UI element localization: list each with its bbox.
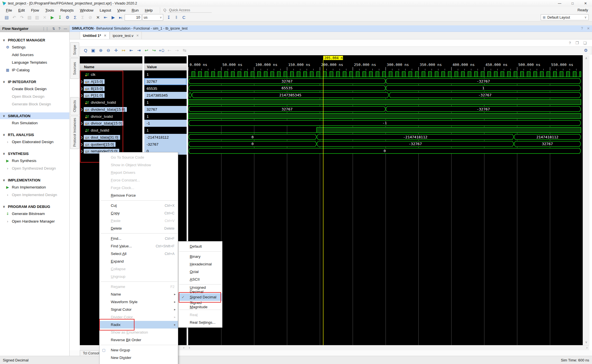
menu-item-show-in-object-window[interactable]: Show in Object Window — [100, 161, 178, 169]
flow-item-open-block-design[interactable]: Open Block Design — [0, 93, 69, 100]
menu-item-name[interactable]: Name▸ — [100, 290, 178, 298]
menu-item-report-drivers[interactable]: Report Drivers — [100, 169, 178, 176]
menu-item-go-to-source-code[interactable]: Go To Source Code — [100, 154, 178, 161]
zoom-in-icon[interactable]: ⊕ — [97, 47, 105, 54]
flow-section-header-simulation[interactable]: ∨SIMULATION — [0, 112, 69, 119]
menu-item-real[interactable]: Real — [178, 311, 222, 319]
flow-item-run-implementation[interactable]: ▶Run Implementation — [0, 183, 69, 191]
signal-value-dividend-tvalid[interactable]: 1 — [144, 99, 187, 106]
flow-item-open-elaborated-design[interactable]: ›Open Elaborated Design — [0, 138, 69, 146]
menu-item-show-as-enumeration[interactable]: Show as Enumeration — [100, 329, 178, 336]
menu-item-delete[interactable]: DeleteDelete — [100, 225, 178, 232]
menu-item-remove-force[interactable]: Remove Force — [100, 192, 178, 199]
close-icon[interactable]: ✕ — [579, 0, 592, 7]
tab-untitled-1-[interactable]: Untitled 1* ✕ — [80, 32, 110, 39]
break-pause-icon[interactable]: ‖ — [173, 14, 180, 21]
menu-reports[interactable]: Reports — [57, 8, 77, 12]
help-icon[interactable]: ? — [58, 27, 60, 31]
menu-item-paste[interactable]: PasteCtrl+V — [100, 217, 178, 225]
next-marker-icon[interactable]: ⇢ — [173, 47, 181, 54]
signal-value-p-31-0[interactable]: 2147385345 — [144, 92, 187, 99]
waveform-canvas[interactable]: 0.000 ns50.000 ns100.000 ns150.000 ns200… — [188, 55, 583, 345]
previous-edge-icon[interactable]: ↩ — [143, 47, 150, 54]
menu-item-signal-color[interactable]: Signal Color▸ — [100, 306, 178, 313]
signal-value-dout-tvalid[interactable]: 1 — [144, 127, 187, 134]
splitter-left-icon[interactable]: ‹ — [189, 346, 190, 350]
maximize-icon[interactable]: □ — [566, 0, 579, 7]
sum-disabled-icon[interactable]: Σ — [79, 14, 87, 21]
minimize-icon[interactable]: — — [553, 0, 566, 7]
signal-row-clk[interactable]: clk — [80, 71, 142, 78]
flow-item-run-synthesis[interactable]: ▶Run Synthesis — [0, 157, 69, 165]
signal-row-p-31-0[interactable]: ❯ P[31:0] — [80, 92, 142, 99]
flow-item-settings[interactable]: ⚙Settings — [0, 43, 69, 51]
scroll-right-icon[interactable]: › — [586, 346, 587, 350]
flow-item-open-synthesized-design[interactable]: ›Open Synthesized Design — [0, 165, 69, 172]
help-icon[interactable]: ? — [569, 41, 571, 45]
settings-gear-icon[interactable]: ⚙ — [64, 14, 71, 21]
signal-row-b-15-0[interactable]: ❯ B[15:0] — [80, 85, 142, 92]
flow-item-language-templates[interactable]: Language Templates — [0, 59, 69, 66]
signal-value-b-15-0[interactable]: 65535 — [144, 85, 187, 92]
menu-item-select-all[interactable]: Select AllCtrl+A — [100, 250, 178, 258]
menu-item-signed-magnitude[interactable]: Signed Magnitude — [178, 301, 222, 308]
signal-row-divisor-tvalid[interactable]: divisor_tvalid — [80, 113, 142, 120]
side-tab-objects[interactable]: Objects — [70, 97, 79, 115]
menu-item-real-settings[interactable]: Real Settings... — [178, 319, 222, 326]
updown-icon[interactable]: ⇅ — [52, 27, 55, 31]
paste-icon[interactable]: ▥ — [33, 14, 41, 21]
signal-row-dout-tdata-31-0[interactable]: ❯ dout_tdata[31:0] — [80, 134, 142, 141]
menu-item-radix[interactable]: Radix▸ — [100, 321, 178, 329]
menu-view[interactable]: View — [114, 8, 129, 12]
flow-item-run-simulation[interactable]: Run Simulation — [0, 119, 69, 127]
float-icon[interactable]: ❐ — [575, 41, 579, 45]
step-to-icon[interactable]: ↧ — [165, 14, 173, 21]
expand-chevron-icon[interactable]: ❯ — [80, 108, 84, 111]
expand-chevron-icon[interactable]: ❯ — [80, 122, 84, 125]
menu-item-signed-decimal[interactable]: ✓Signed Decimal — [178, 293, 222, 301]
menu-item-find[interactable]: Find...Ctrl+F — [100, 235, 178, 242]
menu-item-force-constant[interactable]: Force Constant... — [100, 176, 178, 184]
flow-item-create-block-design[interactable]: Create Block Design — [0, 85, 69, 93]
signal-value-clk[interactable]: 1 — [144, 71, 187, 78]
run-for-time-icon[interactable]: ▸ₜ — [117, 14, 125, 21]
save-icon[interactable]: ▣ — [89, 47, 97, 54]
gear-icon[interactable]: ⚙ — [584, 48, 588, 53]
signal-row-dividend-tdata-15-0[interactable]: ❯ dividend_tdata[15:0] — [80, 106, 142, 113]
name-column-header[interactable]: Name — [80, 63, 142, 70]
flow-section-header-project-manager[interactable]: ∨PROJECT MANAGER — [0, 37, 69, 43]
expand-chevron-icon[interactable]: ❯ — [80, 80, 84, 83]
restart-icon[interactable]: ⇤ — [102, 14, 109, 21]
prev-marker-icon[interactable]: ⇠ — [165, 47, 173, 54]
zoom-fit-icon[interactable]: ✛ — [112, 47, 120, 54]
menu-item-cut[interactable]: CutCtrl+X — [100, 202, 178, 209]
generate-step-icon[interactable]: ↧ — [56, 14, 64, 21]
quick-access-input[interactable] — [168, 8, 212, 13]
close-icon[interactable]: ✕ — [104, 34, 106, 37]
relaunch-icon[interactable]: C — [180, 14, 188, 21]
side-tab-scope[interactable]: Scope — [70, 42, 79, 57]
close-x-icon[interactable]: ✕ — [94, 14, 102, 21]
menu-flow[interactable]: Flow — [28, 8, 42, 12]
redo-icon[interactable]: ↷ — [18, 14, 26, 21]
flow-item-open-implemented-design[interactable]: ›Open Implemented Design — [0, 191, 69, 199]
menu-tools[interactable]: Tools — [42, 8, 58, 12]
flow-section-header-synthesis[interactable]: ∨SYNTHESIS — [0, 150, 69, 157]
signal-value-divisor-tvalid[interactable]: 1 — [144, 113, 187, 120]
minimize-icon[interactable]: — — [64, 27, 67, 31]
menu-window[interactable]: Window — [77, 8, 96, 12]
dock-icon[interactable]: ⋮⋮ — [42, 27, 49, 31]
menu-item-octal[interactable]: Octal — [178, 268, 222, 276]
open-project-icon[interactable]: ▤ — [3, 14, 10, 21]
menu-item-reverse-bit-order[interactable]: Reverse Bit Order — [100, 336, 178, 344]
menu-item-copy[interactable]: CopyCtrl+C — [100, 209, 178, 217]
flow-section-header-implementation[interactable]: ∨IMPLEMENTATION — [0, 177, 69, 183]
menu-item-divider-color[interactable]: Divider Color▸ — [100, 313, 178, 321]
expand-chevron-icon[interactable]: ❯ — [80, 87, 84, 90]
value-column-header[interactable]: Value — [144, 63, 187, 70]
menu-item-unsigned-decimal[interactable]: Unsigned Decimal — [178, 286, 222, 293]
menu-layout[interactable]: Layout — [96, 8, 114, 12]
signal-row-quotient-15-0[interactable]: ❯ quotient[15:0] — [80, 141, 142, 148]
expand-chevron-icon[interactable]: ❯ — [80, 94, 84, 97]
expand-chevron-icon[interactable]: ❯ — [80, 150, 84, 153]
